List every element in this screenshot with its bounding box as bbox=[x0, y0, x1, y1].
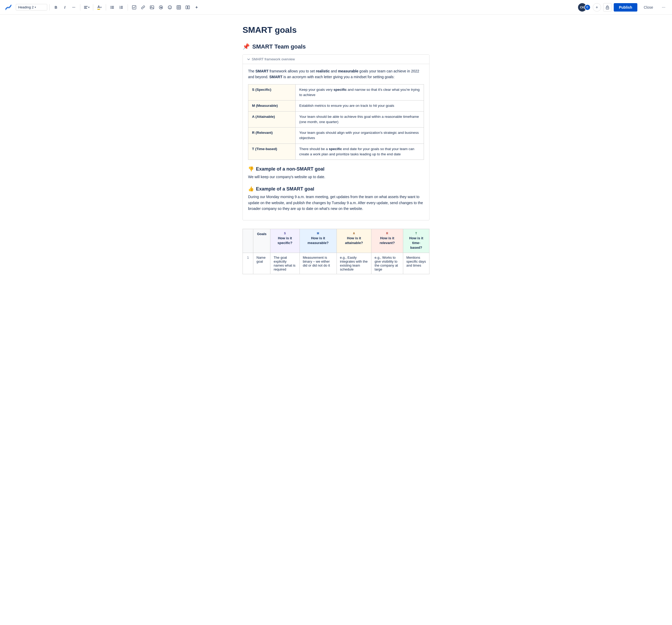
text-color-icon: A bbox=[97, 5, 100, 10]
lock-button[interactable] bbox=[603, 3, 611, 11]
add-collaborator-button[interactable]: + bbox=[593, 3, 601, 11]
smart-goal-section: 👍 Example of a SMART goal During our Mon… bbox=[248, 186, 424, 211]
cell-timebased: Mentions specific days and times bbox=[403, 253, 429, 274]
emoji-icon bbox=[168, 5, 172, 9]
section-heading-text: SMART Team goals bbox=[252, 43, 306, 50]
task-button[interactable] bbox=[130, 3, 138, 11]
svg-point-21 bbox=[169, 6, 170, 7]
smart-letter: M (Measurable) bbox=[248, 100, 295, 111]
number-list-button[interactable]: 1. 2. 3. bbox=[117, 3, 125, 11]
heading-selector-label: Heading 2 bbox=[18, 5, 33, 9]
col-specific-header: S How is it specific? bbox=[270, 229, 299, 253]
lock-icon bbox=[605, 5, 609, 9]
cell-specific: The goal explicitly names what is requir… bbox=[270, 253, 299, 274]
col-attainable-header: A How is it attainable? bbox=[337, 229, 371, 253]
col-timebased-letter: T bbox=[406, 232, 426, 235]
thumbs-up-emoji: 👍 bbox=[248, 186, 254, 192]
mention-button[interactable] bbox=[157, 3, 165, 11]
goals-table: Goals S How is it specific? M How is it … bbox=[243, 229, 429, 274]
svg-rect-6 bbox=[112, 7, 114, 8]
cell-relevant: e.g., Works to give visibility to the co… bbox=[371, 253, 403, 274]
smart-table-row: S (Specific) Keep your goals very specif… bbox=[248, 84, 424, 100]
more-options-button[interactable]: ··· bbox=[659, 3, 668, 11]
col-specific-letter: S bbox=[273, 232, 296, 235]
task-icon bbox=[132, 5, 136, 9]
svg-rect-1 bbox=[84, 7, 87, 8]
svg-point-3 bbox=[111, 6, 111, 6]
smart-framework-table: S (Specific) Keep your goals very specif… bbox=[248, 84, 424, 160]
expand-box-header[interactable]: SMART framework overview bbox=[243, 55, 429, 64]
italic-button[interactable]: I bbox=[61, 3, 69, 11]
text-color-button[interactable]: A ▾ bbox=[95, 3, 104, 11]
expand-box-body: The SMART framework allows you to set re… bbox=[243, 64, 429, 220]
pin-emoji: 📌 bbox=[243, 43, 250, 50]
list-group: 1. 2. 3. bbox=[108, 3, 125, 11]
table-button[interactable] bbox=[174, 3, 183, 11]
col-attainable-letter: A bbox=[340, 232, 368, 235]
col-goals-header: Goals bbox=[253, 229, 270, 253]
table-row: 1 Name goal The goal explicitly names wh… bbox=[243, 253, 429, 274]
svg-text:3.: 3. bbox=[119, 8, 121, 9]
emoji-button[interactable] bbox=[166, 3, 174, 11]
add-icon: + bbox=[596, 5, 598, 10]
align-button[interactable]: ▾ bbox=[82, 3, 91, 11]
col-specific-text: How is it specific? bbox=[278, 236, 292, 245]
bullet-list-icon bbox=[110, 5, 115, 9]
close-button[interactable]: Close bbox=[640, 3, 657, 11]
format-group: B I ··· bbox=[52, 3, 78, 11]
smart-description: Establish metrics to ensure you are on t… bbox=[295, 100, 424, 111]
divider-2 bbox=[80, 4, 80, 10]
svg-rect-4 bbox=[112, 6, 114, 6]
avatar-group: CK C bbox=[578, 3, 591, 11]
logo bbox=[4, 3, 13, 11]
collapse-icon bbox=[247, 58, 250, 61]
chevron-down-icon: ▾ bbox=[35, 6, 36, 9]
cell-attainable: e.g., Easily integrates with the existin… bbox=[337, 253, 371, 274]
non-smart-section: 👎 Example of a non-SMART goal We will ke… bbox=[248, 166, 424, 180]
divider-3 bbox=[93, 4, 93, 10]
svg-rect-15 bbox=[132, 5, 136, 9]
image-button[interactable] bbox=[148, 3, 156, 11]
smart-letter: A (Attainable) bbox=[248, 111, 295, 127]
smart-letter: S (Specific) bbox=[248, 84, 295, 100]
divider-4 bbox=[106, 4, 106, 10]
col-timebased-header: T How is it time-based? bbox=[403, 229, 429, 253]
svg-point-5 bbox=[111, 7, 111, 8]
smart-table-row: A (Attainable) Your team should be able … bbox=[248, 111, 424, 127]
svg-point-31 bbox=[607, 8, 607, 8]
goals-table-body: 1 Name goal The goal explicitly names wh… bbox=[243, 253, 429, 274]
column-button[interactable] bbox=[184, 3, 192, 11]
thumbs-down-emoji: 👎 bbox=[248, 166, 254, 172]
svg-rect-2 bbox=[84, 8, 87, 9]
smart-table-row: T (Time-based) There should be a specifi… bbox=[248, 144, 424, 160]
smart-description: Keep your goals very specific and narrow… bbox=[295, 84, 424, 100]
non-smart-heading: 👎 Example of a non-SMART goal bbox=[248, 166, 424, 172]
svg-rect-0 bbox=[84, 6, 88, 6]
section-heading-smart-team: 📌 SMART Team goals bbox=[243, 43, 429, 50]
col-relevant-header: R How is it relevant? bbox=[371, 229, 403, 253]
bold-button[interactable]: B bbox=[52, 3, 60, 11]
svg-point-22 bbox=[170, 6, 171, 7]
goals-table-header: Goals S How is it specific? M How is it … bbox=[243, 229, 429, 253]
number-list-icon: 1. 2. 3. bbox=[119, 5, 123, 9]
divider-5 bbox=[127, 4, 128, 10]
mention-icon bbox=[159, 5, 163, 9]
avatar-c: C bbox=[584, 4, 591, 10]
bullet-list-button[interactable] bbox=[108, 3, 117, 11]
more-format-button[interactable]: ··· bbox=[70, 3, 78, 11]
smart-description: Your team goals should align with your o… bbox=[295, 127, 424, 144]
non-smart-body: We will keep our company's website up to… bbox=[248, 174, 424, 180]
col-timebased-text: How is it time-based? bbox=[409, 236, 423, 250]
color-chevron-icon: ▾ bbox=[100, 6, 102, 9]
col-measurable-header: M How is it measurable? bbox=[299, 229, 337, 253]
heading-selector[interactable]: Heading 2 ▾ bbox=[16, 4, 47, 10]
svg-rect-10 bbox=[121, 6, 123, 6]
page-title: SMART goals bbox=[243, 25, 429, 35]
cell-measurable: Measurement is binary – we either did or… bbox=[299, 253, 337, 274]
col-num-header bbox=[243, 229, 253, 253]
insert-more-button[interactable]: + bbox=[192, 3, 201, 11]
publish-button[interactable]: Publish bbox=[614, 3, 638, 11]
smart-goal-heading-text: Example of a SMART goal bbox=[256, 186, 314, 192]
insert-plus-icon: + bbox=[195, 5, 198, 10]
link-button[interactable] bbox=[139, 3, 147, 11]
